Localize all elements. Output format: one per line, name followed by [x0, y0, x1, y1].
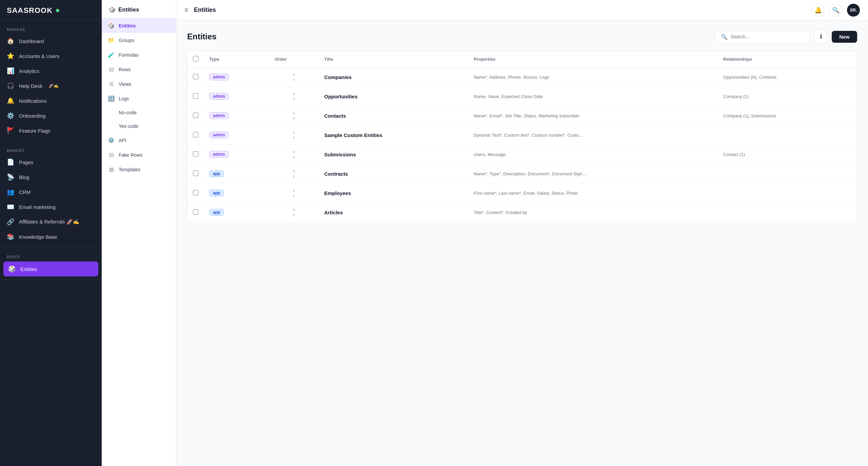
- row-type-7: app: [204, 203, 269, 222]
- sidebar-item-knowledge-base[interactable]: 📚 Knowledge Base: [0, 229, 102, 244]
- order-down-btn-1[interactable]: ∨: [292, 97, 296, 101]
- row-relationships-6: [718, 183, 857, 203]
- row-checkbox-3[interactable]: [193, 132, 198, 137]
- row-order-7: ∧ ∨: [269, 203, 319, 222]
- entities-icon: 🎲: [8, 265, 16, 273]
- sidebar-item-notifications[interactable]: 🔔 Notifications: [0, 93, 102, 108]
- order-down-btn-6[interactable]: ∨: [292, 193, 296, 198]
- row-checkbox-1[interactable]: [193, 93, 198, 99]
- crm-icon: 👥: [7, 188, 14, 196]
- sidebar-item-email-marketing[interactable]: ✉️ Email marketing: [0, 199, 102, 214]
- row-relationships-4: Contact (1): [718, 145, 857, 164]
- order-down-btn-4[interactable]: ∨: [292, 155, 296, 159]
- row-checkbox-2[interactable]: [193, 113, 198, 118]
- sub-nav-item-groups[interactable]: 📁 Groups: [102, 33, 176, 47]
- main-area: ≡ Entities 🔔 🔍 SR. Entities 🔍 ⬇ New: [176, 0, 868, 466]
- sub-nav-item-templates[interactable]: ▦ Templates: [102, 162, 176, 177]
- sidebar-item-blog[interactable]: 📡 Blog: [0, 170, 102, 185]
- order-up-btn-4[interactable]: ∧: [292, 150, 296, 154]
- row-relationships-3: [718, 125, 857, 145]
- row-type-2: admin: [204, 106, 269, 125]
- row-checkbox-6[interactable]: [193, 190, 198, 195]
- feature-flags-icon: 🚩: [7, 127, 14, 134]
- order-down-btn-5[interactable]: ∨: [292, 174, 296, 178]
- help-desk-badge: 🚀✍️: [48, 83, 59, 88]
- section-label-build: BUILD: [0, 250, 102, 261]
- new-button[interactable]: New: [832, 31, 857, 43]
- type-badge-1: admin: [209, 93, 229, 100]
- row-properties-2: Name*, Email*, Job Title, Status, Market…: [468, 106, 718, 125]
- sidebar-item-affiliates[interactable]: 🔗 Affiliates & Referrals 🚀✍️: [0, 214, 102, 229]
- sidebar-item-help-desk[interactable]: 🎧 Help Desk 🚀✍️: [0, 78, 102, 93]
- sub-sidebar-header: 🎲 Entities: [102, 0, 176, 18]
- order-up-btn-7[interactable]: ∧: [292, 208, 296, 212]
- order-down-btn-7[interactable]: ∨: [292, 213, 296, 217]
- row-title-4: Submissions: [319, 145, 468, 164]
- sidebar-item-analytics[interactable]: 📊 Analytics: [0, 63, 102, 78]
- onboarding-icon: ⚙️: [7, 112, 14, 119]
- avatar[interactable]: SR.: [847, 4, 860, 17]
- sidebar-item-label-email-marketing: Email marketing: [19, 204, 56, 210]
- section-label-manage: MANAGE: [0, 23, 102, 34]
- sidebar-item-onboarding[interactable]: ⚙️ Onboarding: [0, 108, 102, 123]
- order-up-btn-1[interactable]: ∧: [292, 92, 296, 96]
- sub-nav-item-api[interactable]: ⚙️ API: [102, 133, 176, 148]
- col-type: Type: [204, 51, 269, 67]
- sub-nav-item-fake-rows[interactable]: ▤ Fake Rows: [102, 148, 176, 162]
- sub-nav-label-api: API: [119, 138, 126, 143]
- order-down-btn-3[interactable]: ∨: [292, 135, 296, 140]
- content-header: Entities 🔍 ⬇ New: [187, 30, 857, 43]
- row-checkbox-cell-1: [188, 87, 204, 106]
- select-all-header: [188, 51, 204, 67]
- entities-sub-icon: 🎲: [108, 22, 115, 29]
- table-row: app ∧ ∨ Contracts Name*, Type*, Descript…: [188, 164, 857, 183]
- order-up-btn-2[interactable]: ∧: [292, 111, 296, 115]
- sub-sidebar: 🎲 Entities 🎲 Entities 📁 Groups 🧪 Formula…: [102, 0, 176, 466]
- row-type-3: admin: [204, 125, 269, 145]
- sidebar-item-entities[interactable]: 🎲 Entities: [3, 261, 98, 276]
- row-checkbox-4[interactable]: [193, 151, 198, 157]
- order-controls-7: ∧ ∨: [275, 208, 313, 217]
- order-down-btn-0[interactable]: ∨: [292, 77, 296, 82]
- hamburger-icon[interactable]: ≡: [184, 6, 189, 14]
- sidebar-item-crm[interactable]: 👥 CRM: [0, 185, 102, 199]
- row-title-1: Opportunities: [319, 87, 468, 106]
- row-checkbox-7[interactable]: [193, 209, 198, 215]
- sub-nav-item-entities[interactable]: 🎲 Entities: [102, 18, 176, 33]
- content-header-right: 🔍 ⬇ New: [715, 30, 857, 43]
- row-checkbox-cell-7: [188, 203, 204, 222]
- order-up-btn-3[interactable]: ∧: [292, 130, 296, 135]
- help-desk-icon: 🎧: [7, 82, 14, 90]
- search-input[interactable]: [730, 34, 804, 39]
- search-button[interactable]: 🔍: [829, 4, 842, 17]
- select-all-checkbox[interactable]: [193, 56, 198, 61]
- order-up-btn-0[interactable]: ∧: [292, 72, 296, 77]
- row-checkbox-5[interactable]: [193, 171, 198, 176]
- col-properties: Properties: [468, 51, 718, 67]
- content-area: Entities 🔍 ⬇ New Type Order: [176, 20, 868, 466]
- notifications-icon: 🔔: [7, 97, 14, 104]
- sidebar-item-dashboard[interactable]: 🏠 Dashboard: [0, 34, 102, 48]
- row-checkbox-0[interactable]: [193, 74, 198, 79]
- sub-nav-label-rows: Rows: [119, 67, 131, 72]
- sub-nav-item-logs[interactable]: 🔢 Logs: [102, 91, 176, 106]
- type-badge-7: app: [209, 209, 224, 216]
- table-header-row: Type Order Title Properties Relationship…: [188, 51, 857, 67]
- sub-nav-item-views[interactable]: ⊞ Views: [102, 77, 176, 91]
- order-up-btn-6[interactable]: ∧: [292, 188, 296, 193]
- sidebar-item-accounts-users[interactable]: ⭐ Accounts & Users: [0, 48, 102, 63]
- table-row: admin ∧ ∨ Sample Custom Entities Dynamic…: [188, 125, 857, 145]
- section-label-market: MARKET: [0, 144, 102, 155]
- sub-nav-item-no-code[interactable]: No-code: [102, 106, 176, 119]
- sub-nav-item-yes-code[interactable]: Yes-code: [102, 119, 176, 133]
- order-down-btn-2[interactable]: ∨: [292, 116, 296, 120]
- notifications-bell-button[interactable]: 🔔: [812, 4, 825, 17]
- sub-nav-item-formulas[interactable]: 🧪 Formulas: [102, 47, 176, 62]
- sub-nav-item-rows[interactable]: ▤ Rows: [102, 62, 176, 77]
- sidebar-item-pages[interactable]: 📄 Pages: [0, 155, 102, 170]
- row-title-0: Companies: [319, 67, 468, 87]
- order-up-btn-5[interactable]: ∧: [292, 169, 296, 173]
- order-controls-3: ∧ ∨: [275, 130, 313, 140]
- download-button[interactable]: ⬇: [814, 30, 828, 43]
- sidebar-item-feature-flags[interactable]: 🚩 Feature Flags: [0, 123, 102, 138]
